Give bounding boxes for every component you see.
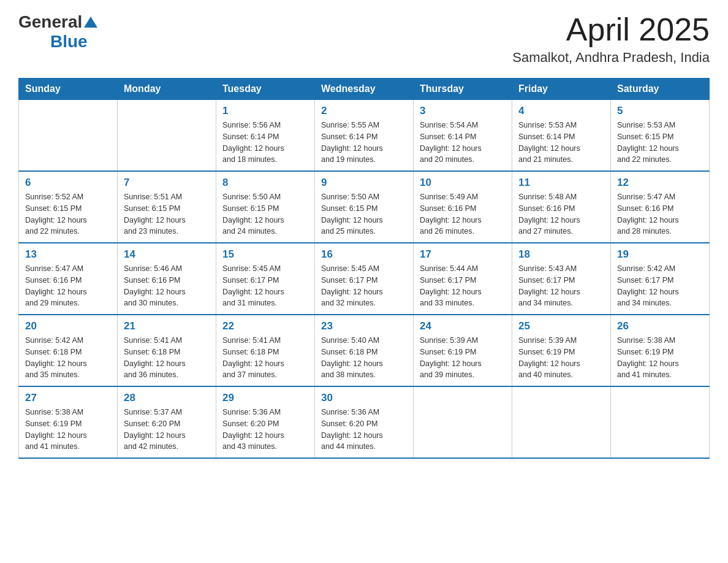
calendar-cell: 30Sunrise: 5:36 AMSunset: 6:20 PMDayligh… bbox=[315, 386, 414, 458]
calendar-header-wednesday: Wednesday bbox=[315, 79, 414, 100]
day-info: Sunrise: 5:52 AMSunset: 6:15 PMDaylight:… bbox=[25, 191, 111, 237]
calendar-cell: 20Sunrise: 5:42 AMSunset: 6:18 PMDayligh… bbox=[19, 315, 118, 386]
month-year-title: April 2025 bbox=[512, 12, 710, 47]
calendar-cell: 25Sunrise: 5:39 AMSunset: 6:19 PMDayligh… bbox=[512, 315, 611, 386]
page-header: General Blue April 2025 Samalkot, Andhra… bbox=[18, 12, 710, 66]
calendar-header-thursday: Thursday bbox=[414, 79, 512, 100]
calendar-week-row: 27Sunrise: 5:38 AMSunset: 6:19 PMDayligh… bbox=[19, 386, 710, 458]
day-number: 12 bbox=[617, 177, 703, 189]
calendar-cell bbox=[414, 386, 512, 458]
day-info: Sunrise: 5:51 AMSunset: 6:15 PMDaylight:… bbox=[124, 191, 210, 237]
day-info: Sunrise: 5:50 AMSunset: 6:15 PMDaylight:… bbox=[321, 191, 407, 237]
day-number: 6 bbox=[25, 177, 111, 189]
day-number: 21 bbox=[124, 320, 210, 332]
calendar-week-row: 13Sunrise: 5:47 AMSunset: 6:16 PMDayligh… bbox=[19, 243, 710, 315]
day-number: 17 bbox=[420, 248, 506, 261]
location-subtitle: Samalkot, Andhra Pradesh, India bbox=[512, 50, 710, 66]
day-info: Sunrise: 5:56 AMSunset: 6:14 PMDaylight:… bbox=[222, 120, 308, 166]
calendar-cell: 24Sunrise: 5:39 AMSunset: 6:19 PMDayligh… bbox=[414, 315, 512, 386]
day-number: 7 bbox=[124, 177, 210, 189]
day-number: 4 bbox=[518, 105, 604, 117]
calendar-cell: 17Sunrise: 5:44 AMSunset: 6:17 PMDayligh… bbox=[414, 243, 512, 315]
calendar-cell: 7Sunrise: 5:51 AMSunset: 6:15 PMDaylight… bbox=[118, 171, 216, 243]
day-info: Sunrise: 5:36 AMSunset: 6:20 PMDaylight:… bbox=[321, 407, 407, 453]
day-number: 2 bbox=[321, 105, 407, 117]
calendar-cell: 27Sunrise: 5:38 AMSunset: 6:19 PMDayligh… bbox=[19, 386, 118, 458]
calendar-cell: 19Sunrise: 5:42 AMSunset: 6:17 PMDayligh… bbox=[611, 243, 710, 315]
day-info: Sunrise: 5:50 AMSunset: 6:15 PMDaylight:… bbox=[222, 191, 308, 237]
calendar-cell: 8Sunrise: 5:50 AMSunset: 6:15 PMDaylight… bbox=[216, 171, 315, 243]
day-number: 20 bbox=[25, 320, 111, 332]
calendar-cell: 1Sunrise: 5:56 AMSunset: 6:14 PMDaylight… bbox=[216, 100, 315, 172]
calendar-cell: 6Sunrise: 5:52 AMSunset: 6:15 PMDaylight… bbox=[19, 171, 118, 243]
day-number: 15 bbox=[222, 248, 308, 261]
calendar-cell: 29Sunrise: 5:36 AMSunset: 6:20 PMDayligh… bbox=[216, 386, 315, 458]
calendar-cell: 23Sunrise: 5:40 AMSunset: 6:18 PMDayligh… bbox=[315, 315, 414, 386]
day-number: 30 bbox=[321, 392, 407, 404]
day-info: Sunrise: 5:55 AMSunset: 6:14 PMDaylight:… bbox=[321, 120, 407, 166]
day-number: 28 bbox=[124, 392, 210, 404]
day-number: 22 bbox=[222, 320, 308, 332]
day-number: 1 bbox=[222, 105, 308, 117]
calendar-cell: 28Sunrise: 5:37 AMSunset: 6:20 PMDayligh… bbox=[118, 386, 216, 458]
calendar-cell: 9Sunrise: 5:50 AMSunset: 6:15 PMDaylight… bbox=[315, 171, 414, 243]
calendar-week-row: 20Sunrise: 5:42 AMSunset: 6:18 PMDayligh… bbox=[19, 315, 710, 386]
day-info: Sunrise: 5:48 AMSunset: 6:16 PMDaylight:… bbox=[518, 191, 604, 237]
calendar-cell: 13Sunrise: 5:47 AMSunset: 6:16 PMDayligh… bbox=[19, 243, 118, 315]
calendar-cell: 3Sunrise: 5:54 AMSunset: 6:14 PMDaylight… bbox=[414, 100, 512, 172]
day-number: 25 bbox=[518, 320, 604, 332]
calendar-table: SundayMondayTuesdayWednesdayThursdayFrid… bbox=[18, 78, 710, 459]
day-number: 27 bbox=[25, 392, 111, 404]
day-number: 26 bbox=[617, 320, 703, 332]
day-info: Sunrise: 5:37 AMSunset: 6:20 PMDaylight:… bbox=[124, 407, 210, 453]
day-info: Sunrise: 5:45 AMSunset: 6:17 PMDaylight:… bbox=[321, 263, 407, 309]
title-section: April 2025 Samalkot, Andhra Pradesh, Ind… bbox=[512, 12, 710, 66]
calendar-cell bbox=[611, 386, 710, 458]
calendar-cell: 18Sunrise: 5:43 AMSunset: 6:17 PMDayligh… bbox=[512, 243, 611, 315]
calendar-cell: 22Sunrise: 5:41 AMSunset: 6:18 PMDayligh… bbox=[216, 315, 315, 386]
calendar-cell: 10Sunrise: 5:49 AMSunset: 6:16 PMDayligh… bbox=[414, 171, 512, 243]
day-info: Sunrise: 5:53 AMSunset: 6:15 PMDaylight:… bbox=[617, 120, 703, 166]
calendar-cell bbox=[512, 386, 611, 458]
calendar-cell: 26Sunrise: 5:38 AMSunset: 6:19 PMDayligh… bbox=[611, 315, 710, 386]
day-info: Sunrise: 5:53 AMSunset: 6:14 PMDaylight:… bbox=[518, 120, 604, 166]
day-info: Sunrise: 5:39 AMSunset: 6:19 PMDaylight:… bbox=[420, 335, 506, 381]
logo: General Blue bbox=[18, 12, 97, 52]
day-number: 10 bbox=[420, 177, 506, 189]
day-number: 19 bbox=[617, 248, 703, 261]
day-info: Sunrise: 5:39 AMSunset: 6:19 PMDaylight:… bbox=[518, 335, 604, 381]
day-number: 9 bbox=[321, 177, 407, 189]
calendar-cell: 15Sunrise: 5:45 AMSunset: 6:17 PMDayligh… bbox=[216, 243, 315, 315]
calendar-header-sunday: Sunday bbox=[19, 79, 118, 100]
calendar-header-tuesday: Tuesday bbox=[216, 79, 315, 100]
day-number: 3 bbox=[420, 105, 506, 117]
day-number: 29 bbox=[222, 392, 308, 404]
day-info: Sunrise: 5:54 AMSunset: 6:14 PMDaylight:… bbox=[420, 120, 506, 166]
day-info: Sunrise: 5:40 AMSunset: 6:18 PMDaylight:… bbox=[321, 335, 407, 381]
day-info: Sunrise: 5:46 AMSunset: 6:16 PMDaylight:… bbox=[124, 263, 210, 309]
day-info: Sunrise: 5:49 AMSunset: 6:16 PMDaylight:… bbox=[420, 191, 506, 237]
day-info: Sunrise: 5:44 AMSunset: 6:17 PMDaylight:… bbox=[420, 263, 506, 309]
day-info: Sunrise: 5:38 AMSunset: 6:19 PMDaylight:… bbox=[617, 335, 703, 381]
calendar-cell: 4Sunrise: 5:53 AMSunset: 6:14 PMDaylight… bbox=[512, 100, 611, 172]
day-number: 14 bbox=[124, 248, 210, 261]
calendar-week-row: 1Sunrise: 5:56 AMSunset: 6:14 PMDaylight… bbox=[19, 100, 710, 172]
calendar-cell: 5Sunrise: 5:53 AMSunset: 6:15 PMDaylight… bbox=[611, 100, 710, 172]
calendar-cell: 21Sunrise: 5:41 AMSunset: 6:18 PMDayligh… bbox=[118, 315, 216, 386]
day-number: 18 bbox=[518, 248, 604, 261]
calendar-week-row: 6Sunrise: 5:52 AMSunset: 6:15 PMDaylight… bbox=[19, 171, 710, 243]
calendar-cell bbox=[19, 100, 118, 172]
day-info: Sunrise: 5:45 AMSunset: 6:17 PMDaylight:… bbox=[222, 263, 308, 309]
calendar-header-monday: Monday bbox=[118, 79, 216, 100]
day-info: Sunrise: 5:47 AMSunset: 6:16 PMDaylight:… bbox=[25, 263, 111, 309]
day-number: 24 bbox=[420, 320, 506, 332]
day-info: Sunrise: 5:47 AMSunset: 6:16 PMDaylight:… bbox=[617, 191, 703, 237]
calendar-cell: 11Sunrise: 5:48 AMSunset: 6:16 PMDayligh… bbox=[512, 171, 611, 243]
day-info: Sunrise: 5:38 AMSunset: 6:19 PMDaylight:… bbox=[25, 407, 111, 453]
calendar-cell: 12Sunrise: 5:47 AMSunset: 6:16 PMDayligh… bbox=[611, 171, 710, 243]
day-info: Sunrise: 5:42 AMSunset: 6:18 PMDaylight:… bbox=[25, 335, 111, 381]
day-number: 16 bbox=[321, 248, 407, 261]
day-number: 13 bbox=[25, 248, 111, 261]
day-info: Sunrise: 5:41 AMSunset: 6:18 PMDaylight:… bbox=[124, 335, 210, 381]
day-info: Sunrise: 5:43 AMSunset: 6:17 PMDaylight:… bbox=[518, 263, 604, 309]
